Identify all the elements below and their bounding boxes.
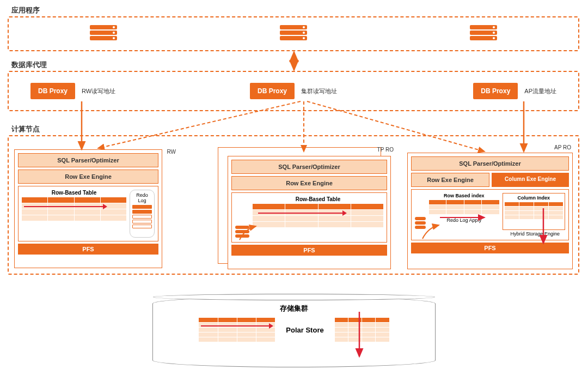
node-tp-ro: TP RO SQL Parser/Optimizer Row Exe Engin… xyxy=(228,156,391,269)
sql-parser-box: SQL Parser/Optimizer xyxy=(18,153,158,167)
row-engine-box: Row Exe Engine xyxy=(411,173,489,187)
node-label-apro: AP RO xyxy=(554,144,571,150)
node-rw: RW SQL Parser/Optimizer Row Exe Engine R… xyxy=(14,149,162,268)
row-engine-box: Row Exe Engine xyxy=(18,170,158,184)
pfs-bar: PFS xyxy=(18,244,158,255)
row-based-table: Row-Based Table xyxy=(22,190,126,238)
pfs-bar: PFS xyxy=(411,243,569,253)
pfs-bar: PFS xyxy=(231,245,387,256)
storage-title: 存储集群 xyxy=(153,304,435,313)
row-based-index: Row Based index Redo Log Apply xyxy=(429,193,499,230)
storage-cluster: 存储集群 Polar Store xyxy=(152,297,436,367)
node-ap-ro: AP RO SQL Parser/Optimizer Row Exe Engin… xyxy=(407,153,573,269)
server-icon xyxy=(280,25,307,43)
redo-log-apply-label: Redo Log Apply xyxy=(429,217,499,223)
storage-name: Polar Store xyxy=(286,326,323,334)
db-proxy-box: DB Proxy xyxy=(250,83,295,99)
section-label-app: 应用程序 xyxy=(11,5,40,15)
sql-parser-box: SQL Parser/Optimizer xyxy=(231,160,387,174)
hybrid-storage-area: Row Based index Redo Log Apply Column In… xyxy=(411,189,569,240)
hybrid-storage-label: Hybrid Storage Engine xyxy=(415,231,565,237)
disks-icon xyxy=(415,217,426,230)
proxy-addr-cluster: 集群读写地址 xyxy=(301,87,337,95)
section-dbproxy: 数据库代理 DB Proxy RW读写地址 DB Proxy 集群读写地址 DB… xyxy=(8,71,579,111)
db-proxy-box: DB Proxy xyxy=(473,83,518,99)
disks-icon xyxy=(235,226,249,239)
column-engine-box: Column Exe Engine xyxy=(492,173,569,187)
table-area: Row-Based Table Redo Log xyxy=(18,186,158,241)
node-label-tpro: TP RO xyxy=(377,147,394,153)
row-engine-box: Row Exe Engine xyxy=(231,176,387,190)
server-icon xyxy=(470,25,497,43)
section-label-compute: 计算节点 xyxy=(11,124,40,134)
row-based-table: Row-Based Table xyxy=(253,196,383,239)
storage-col-table xyxy=(335,318,389,342)
node-label-rw: RW xyxy=(167,149,176,155)
server-icon xyxy=(90,25,117,43)
proxy-addr-rw: RW读写地址 xyxy=(82,87,115,95)
storage-row-table xyxy=(199,318,275,342)
db-proxy-box: DB Proxy xyxy=(30,83,75,99)
section-application: 应用程序 xyxy=(8,16,579,51)
table-area: Row-Based Table xyxy=(231,192,387,243)
sql-parser-box: SQL Parser/Optimizer xyxy=(411,156,569,171)
column-index: Column Index xyxy=(503,193,565,230)
section-label-dbproxy: 数据库代理 xyxy=(11,60,47,70)
proxy-addr-ap: AP流量地址 xyxy=(524,87,556,95)
redo-log-box: Redo Log xyxy=(130,190,155,238)
